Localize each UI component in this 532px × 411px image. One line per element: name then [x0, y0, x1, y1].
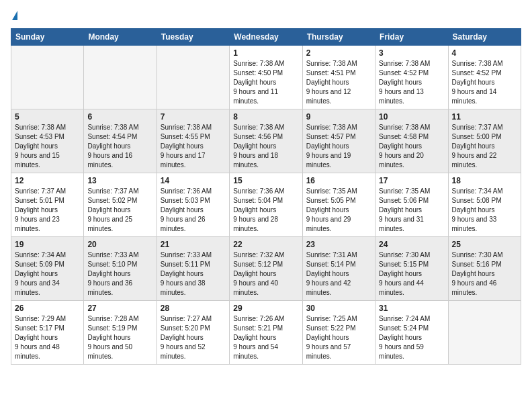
day-info: Sunrise: 7:38 AMSunset: 4:52 PMDaylight … [379, 59, 444, 106]
calendar-day: 29Sunrise: 7:26 AMSunset: 5:21 PMDayligh… [230, 301, 302, 365]
day-number: 13 [87, 176, 152, 185]
column-header-saturday: Saturday [448, 29, 521, 46]
day-number: 1 [233, 48, 298, 58]
day-number: 16 [306, 176, 371, 185]
day-number: 31 [379, 304, 444, 313]
calendar-day: 9Sunrise: 7:38 AMSunset: 4:57 PMDaylight… [302, 109, 375, 173]
calendar-day: 31Sunrise: 7:24 AMSunset: 5:24 PMDayligh… [375, 301, 448, 365]
day-number: 28 [161, 304, 226, 313]
column-header-thursday: Thursday [302, 29, 375, 46]
day-info: Sunrise: 7:36 AMSunset: 5:04 PMDaylight … [233, 187, 298, 234]
calendar-day [84, 46, 157, 109]
day-number: 23 [306, 240, 371, 249]
calendar-week-row: 19Sunrise: 7:34 AMSunset: 5:09 PMDayligh… [11, 237, 521, 301]
calendar-day: 11Sunrise: 7:37 AMSunset: 5:00 PMDayligh… [448, 109, 521, 173]
day-info: Sunrise: 7:38 AMSunset: 4:54 PMDaylight … [87, 123, 152, 170]
calendar-week-row: 26Sunrise: 7:29 AMSunset: 5:17 PMDayligh… [11, 301, 521, 365]
day-info: Sunrise: 7:36 AMSunset: 5:03 PMDaylight … [161, 187, 226, 234]
calendar-day: 20Sunrise: 7:33 AMSunset: 5:10 PMDayligh… [84, 237, 157, 301]
calendar-day: 12Sunrise: 7:37 AMSunset: 5:01 PMDayligh… [11, 173, 84, 237]
calendar-day: 30Sunrise: 7:25 AMSunset: 5:22 PMDayligh… [302, 301, 375, 365]
day-number: 29 [233, 304, 298, 313]
calendar-day: 19Sunrise: 7:34 AMSunset: 5:09 PMDayligh… [11, 237, 84, 301]
day-info: Sunrise: 7:38 AMSunset: 4:57 PMDaylight … [306, 123, 371, 170]
calendar-day: 8Sunrise: 7:38 AMSunset: 4:56 PMDaylight… [230, 109, 302, 173]
calendar-day: 13Sunrise: 7:37 AMSunset: 5:02 PMDayligh… [84, 173, 157, 237]
calendar-day: 7Sunrise: 7:38 AMSunset: 4:55 PMDaylight… [157, 109, 229, 173]
day-number: 14 [161, 176, 226, 185]
day-info: Sunrise: 7:35 AMSunset: 5:05 PMDaylight … [306, 187, 371, 234]
day-info: Sunrise: 7:28 AMSunset: 5:19 PMDaylight … [87, 314, 152, 361]
day-number: 30 [306, 304, 371, 313]
calendar-day: 1Sunrise: 7:38 AMSunset: 4:50 PMDaylight… [230, 46, 302, 109]
day-number: 9 [306, 112, 371, 122]
day-number: 6 [87, 112, 152, 122]
day-number: 19 [15, 240, 80, 249]
day-info: Sunrise: 7:38 AMSunset: 4:52 PMDaylight … [452, 59, 517, 106]
day-info: Sunrise: 7:26 AMSunset: 5:21 PMDaylight … [233, 314, 298, 361]
calendar-week-row: 1Sunrise: 7:38 AMSunset: 4:50 PMDaylight… [11, 46, 521, 109]
day-number: 15 [233, 176, 298, 185]
calendar-day: 22Sunrise: 7:32 AMSunset: 5:12 PMDayligh… [230, 237, 302, 301]
day-number: 17 [379, 176, 444, 185]
day-number: 11 [452, 112, 517, 122]
calendar-day: 24Sunrise: 7:30 AMSunset: 5:15 PMDayligh… [375, 237, 448, 301]
calendar-day: 21Sunrise: 7:33 AMSunset: 5:11 PMDayligh… [157, 237, 229, 301]
day-info: Sunrise: 7:37 AMSunset: 5:00 PMDaylight … [452, 123, 517, 170]
calendar-day: 18Sunrise: 7:34 AMSunset: 5:08 PMDayligh… [448, 173, 521, 237]
day-info: Sunrise: 7:27 AMSunset: 5:20 PMDaylight … [161, 314, 226, 361]
day-number: 10 [379, 112, 444, 122]
day-number: 20 [87, 240, 152, 249]
calendar-day: 14Sunrise: 7:36 AMSunset: 5:03 PMDayligh… [157, 173, 229, 237]
day-number: 8 [233, 112, 298, 122]
day-number: 18 [452, 176, 517, 185]
day-number: 2 [306, 48, 371, 58]
day-info: Sunrise: 7:32 AMSunset: 5:12 PMDaylight … [233, 250, 298, 298]
page-header [11, 11, 521, 20]
calendar-day [11, 46, 84, 109]
day-number: 12 [15, 176, 80, 185]
calendar-week-row: 5Sunrise: 7:38 AMSunset: 4:53 PMDaylight… [11, 109, 521, 173]
calendar-day: 6Sunrise: 7:38 AMSunset: 4:54 PMDaylight… [84, 109, 157, 173]
day-info: Sunrise: 7:38 AMSunset: 4:53 PMDaylight … [15, 123, 80, 170]
calendar-day: 3Sunrise: 7:38 AMSunset: 4:52 PMDaylight… [375, 46, 448, 109]
day-info: Sunrise: 7:35 AMSunset: 5:06 PMDaylight … [379, 187, 444, 234]
day-info: Sunrise: 7:33 AMSunset: 5:11 PMDaylight … [161, 250, 226, 298]
column-header-friday: Friday [375, 29, 448, 46]
day-number: 7 [161, 112, 226, 122]
calendar-week-row: 12Sunrise: 7:37 AMSunset: 5:01 PMDayligh… [11, 173, 521, 237]
day-number: 25 [452, 240, 517, 249]
calendar-day: 16Sunrise: 7:35 AMSunset: 5:05 PMDayligh… [302, 173, 375, 237]
day-info: Sunrise: 7:38 AMSunset: 4:50 PMDaylight … [233, 59, 298, 106]
day-info: Sunrise: 7:30 AMSunset: 5:16 PMDaylight … [452, 250, 517, 298]
day-number: 5 [15, 112, 80, 122]
calendar-day [157, 46, 229, 109]
calendar-day: 17Sunrise: 7:35 AMSunset: 5:06 PMDayligh… [375, 173, 448, 237]
day-info: Sunrise: 7:38 AMSunset: 4:58 PMDaylight … [379, 123, 444, 170]
day-number: 24 [379, 240, 444, 249]
day-info: Sunrise: 7:25 AMSunset: 5:22 PMDaylight … [306, 314, 371, 361]
day-info: Sunrise: 7:37 AMSunset: 5:01 PMDaylight … [15, 187, 80, 234]
column-header-monday: Monday [84, 29, 157, 46]
logo-triangle-icon [12, 11, 17, 20]
day-number: 4 [452, 48, 517, 58]
calendar-header-row: SundayMondayTuesdayWednesdayThursdayFrid… [11, 29, 521, 46]
day-number: 21 [161, 240, 226, 249]
calendar-day: 25Sunrise: 7:30 AMSunset: 5:16 PMDayligh… [448, 237, 521, 301]
day-info: Sunrise: 7:30 AMSunset: 5:15 PMDaylight … [379, 250, 444, 298]
calendar-day: 27Sunrise: 7:28 AMSunset: 5:19 PMDayligh… [84, 301, 157, 365]
day-number: 26 [15, 304, 80, 313]
day-info: Sunrise: 7:38 AMSunset: 4:51 PMDaylight … [306, 59, 371, 106]
calendar-day: 26Sunrise: 7:29 AMSunset: 5:17 PMDayligh… [11, 301, 84, 365]
calendar-table: SundayMondayTuesdayWednesdayThursdayFrid… [11, 28, 521, 365]
column-header-wednesday: Wednesday [230, 29, 302, 46]
day-info: Sunrise: 7:31 AMSunset: 5:14 PMDaylight … [306, 250, 371, 298]
calendar-day [448, 301, 521, 365]
day-number: 3 [379, 48, 444, 58]
day-info: Sunrise: 7:38 AMSunset: 4:56 PMDaylight … [233, 123, 298, 170]
logo [11, 11, 17, 20]
day-info: Sunrise: 7:34 AMSunset: 5:08 PMDaylight … [452, 187, 517, 234]
day-number: 22 [233, 240, 298, 249]
calendar-day: 4Sunrise: 7:38 AMSunset: 4:52 PMDaylight… [448, 46, 521, 109]
day-info: Sunrise: 7:38 AMSunset: 4:55 PMDaylight … [161, 123, 226, 170]
